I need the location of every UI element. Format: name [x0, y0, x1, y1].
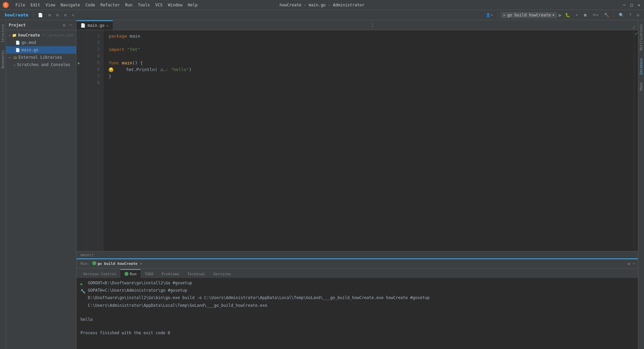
- active-run-tab-label[interactable]: go build howCreate: [98, 261, 138, 266]
- editor-status-text: main(): [80, 253, 94, 257]
- menu-file[interactable]: File: [13, 0, 28, 10]
- help-btn[interactable]: ?: [627, 11, 634, 19]
- close-button[interactable]: ✕: [637, 3, 641, 7]
- menu-refactor[interactable]: Refactor: [98, 0, 122, 10]
- line-num-7: 7: [87, 73, 100, 80]
- code-line-5: func main() {: [109, 60, 634, 66]
- toolbar-new-btn[interactable]: 📄: [36, 11, 45, 19]
- tree-label-extlibs: External Libraries: [18, 55, 62, 60]
- line-num-4: 4: [87, 53, 100, 60]
- tree-item-maingo[interactable]: 📄 main.go: [6, 46, 76, 54]
- minimize-button[interactable]: ─: [622, 3, 627, 7]
- toolbar-settings-btn[interactable]: ⚙: [62, 11, 68, 19]
- line-numbers: 1 2 3 4 5 6 7 8: [87, 30, 103, 251]
- maximize-button[interactable]: □: [629, 3, 634, 7]
- console-line-5: [80, 310, 634, 316]
- console-line-7: [80, 323, 634, 330]
- active-run-tab-close[interactable]: ✕: [140, 261, 143, 266]
- tab-close-maingo[interactable]: ✕: [107, 24, 109, 27]
- btab-todo-label: TODO: [145, 272, 154, 276]
- btab-todo[interactable]: TODO: [141, 269, 158, 278]
- menu-tools[interactable]: Tools: [135, 0, 153, 10]
- bulb-icon[interactable]: 💡: [109, 67, 113, 72]
- scratches-icon: ✏: [13, 63, 16, 67]
- settings-main-btn[interactable]: ⚙: [635, 11, 641, 19]
- toolbar-sep-3: [614, 12, 614, 18]
- menu-window[interactable]: Window: [165, 0, 185, 10]
- structure-panel-btn[interactable]: Structure: [0, 20, 6, 46]
- bookmarks-panel-btn[interactable]: Bookmarks: [0, 46, 6, 72]
- tree-item-extlibs[interactable]: ▸ 🗂 External Libraries: [6, 54, 76, 61]
- folder-icon-extlibs: 🗂: [13, 55, 17, 60]
- console-text-finished: Process finished with the exit code 0: [80, 330, 170, 336]
- folder-icon-root: 📁: [12, 33, 17, 38]
- toolbar-expand-btn[interactable]: ⊞: [46, 11, 53, 19]
- toolbar-sep-2: [498, 12, 498, 18]
- toolbar-collapse-btn[interactable]: ⊟: [54, 11, 61, 19]
- tree-root-path: F:\project\202...: [43, 33, 76, 38]
- plain-close-brace: }: [109, 73, 111, 80]
- app-icon: G: [3, 2, 9, 8]
- console-line-4: · C:\Users\Administrator\AppData\Local\T…: [80, 302, 634, 310]
- menu-navigate[interactable]: Navigate: [58, 0, 83, 10]
- content-area: 📄 main.go ✕ ⋮ ✓ ▶: [76, 20, 638, 349]
- menu-view[interactable]: View: [43, 0, 58, 10]
- tree-item-gomod[interactable]: 📄 go.mod: [6, 39, 76, 46]
- menu-code[interactable]: Code: [83, 0, 98, 10]
- profile-btn[interactable]: 👤▾: [484, 11, 495, 19]
- gutter-5[interactable]: ▶: [78, 60, 85, 66]
- tab-maingo[interactable]: 📄 main.go ✕: [76, 20, 113, 30]
- btab-problems[interactable]: Problems: [158, 269, 183, 278]
- console-text-3: D:\Dsoftware\go\install2\Go\bin\go.exe b…: [88, 295, 430, 301]
- tree-item-scratches[interactable]: ▸ ✏ Scratches and Consoles: [6, 61, 76, 68]
- project-collapse-btn[interactable]: ─: [68, 22, 73, 28]
- line-num-2: 2: [87, 40, 100, 46]
- coverage-button[interactable]: ☂: [574, 11, 580, 19]
- btab-terminal[interactable]: Terminal: [183, 269, 209, 278]
- bottom-minimize-btn[interactable]: ─: [633, 261, 635, 266]
- console-text-5: [80, 310, 83, 316]
- build-btn[interactable]: 🔨: [602, 11, 611, 19]
- code-line-2: [109, 40, 634, 46]
- btab-vcs[interactable]: Version Control: [79, 269, 120, 278]
- tree-label-maingo: main.go: [21, 48, 39, 52]
- bottom-settings-btn[interactable]: ⚙: [628, 261, 630, 266]
- notifications-panel-btn[interactable]: Notifications: [638, 20, 644, 54]
- btab-services[interactable]: Services: [209, 269, 235, 278]
- console-text-7: [80, 323, 83, 330]
- toolbar-project-dropdown[interactable]: howCreate: [3, 11, 30, 19]
- menu-run[interactable]: Run: [122, 0, 135, 10]
- menu-edit[interactable]: Edit: [28, 0, 43, 10]
- editor-area: ▶ 1 2 3 4 5 6 7 8: [76, 30, 638, 251]
- tree-root-howcreate[interactable]: ▾ 📁 howCreate F:\project\202...: [6, 32, 76, 39]
- title-bar: G File Edit View Navigate Code Refactor …: [0, 0, 644, 10]
- file-icon-gomod: 📄: [15, 41, 20, 45]
- bottom-panel-header: Run: go build howCreate ✕ ⚙ ─: [76, 259, 638, 269]
- search-everywhere-btn[interactable]: 🔍: [617, 11, 626, 19]
- project-panel: Project ⚙ ─ ▾ 📁 howCreate F:\project\202…: [6, 20, 76, 349]
- tab-options-btn[interactable]: ⋮: [368, 20, 378, 30]
- kw-func: func: [109, 60, 119, 67]
- more-run-btn[interactable]: ⟳▾: [591, 11, 600, 19]
- database-panel-btn[interactable]: Database: [638, 54, 644, 78]
- btab-run[interactable]: Run: [120, 269, 141, 278]
- stop-button[interactable]: ⏹: [581, 11, 589, 19]
- toolbar-close-panel-btn[interactable]: ✕: [70, 11, 76, 19]
- menu-help[interactable]: Help: [185, 0, 200, 10]
- project-options-btn[interactable]: ⚙: [61, 22, 67, 28]
- run-button[interactable]: ▶: [558, 12, 562, 18]
- gutter-3: [78, 46, 85, 53]
- console-line-8: Process finished with the exit code 0: [80, 330, 634, 337]
- param-hint-a: a…:: [157, 66, 170, 73]
- btab-problems-label: Problems: [162, 272, 179, 276]
- project-label: Project: [9, 23, 26, 27]
- menu-vcs[interactable]: VCS: [153, 0, 165, 10]
- code-editor[interactable]: package main import "fmt" func main() {: [103, 30, 634, 251]
- make-panel-btn[interactable]: Make: [638, 78, 644, 95]
- debug-button[interactable]: 🐛: [563, 11, 572, 19]
- run-config-dropdown[interactable]: ▶ go build howCreate ▾: [501, 12, 557, 18]
- console-line-6: hello: [80, 316, 634, 323]
- kw-package: package: [109, 33, 127, 40]
- run-gutter-arrow[interactable]: ▶: [78, 61, 80, 65]
- gutter-8: [78, 80, 85, 86]
